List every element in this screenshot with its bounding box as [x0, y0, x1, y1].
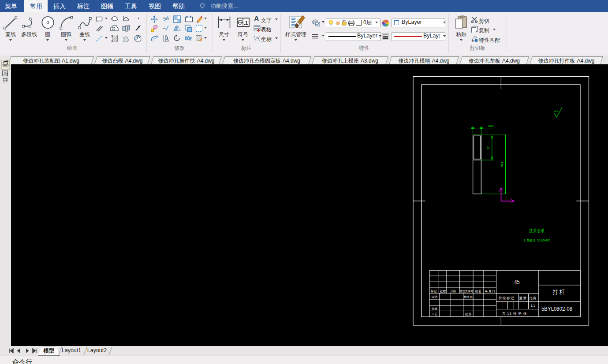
svg-text:45: 45 — [515, 279, 520, 286]
svg-text:1:1: 1:1 — [531, 304, 535, 307]
svg-text:签名: 签名 — [475, 290, 481, 293]
svg-text:年.月.日: 年.月.日 — [485, 290, 495, 293]
svg-text:工艺: 工艺 — [432, 312, 438, 316]
svg-text:70.1: 70.1 — [500, 162, 504, 168]
svg-text:标记: 标记 — [430, 290, 437, 293]
svg-text:重量: 重量 — [519, 296, 527, 300]
svg-text:A: A — [137, 34, 140, 39]
svg-text:x: x — [259, 39, 260, 41]
svg-text:标准化: 标准化 — [463, 295, 473, 299]
svg-text:比例: 比例 — [530, 296, 536, 300]
svg-text:5BYL0802-08: 5BYL0802-08 — [541, 305, 572, 312]
svg-text:审核: 审核 — [432, 307, 438, 311]
svg-text:共 13 张 第 张: 共 13 张 第 张 — [502, 312, 527, 316]
svg-text:分区: 分区 — [450, 290, 456, 293]
svg-text:设计: 设计 — [432, 295, 438, 298]
svg-text:打 杆: 打 杆 — [553, 289, 565, 295]
svg-text:1. 热处理: 56-60HRC: 1. 热处理: 56-60HRC — [524, 238, 551, 242]
svg-text:3.2: 3.2 — [554, 109, 559, 112]
svg-text:处数: 处数 — [440, 290, 446, 293]
svg-text:阶段标记: 阶段标记 — [499, 296, 515, 300]
svg-text:y: y — [254, 35, 255, 38]
svg-text:.1: .1 — [244, 20, 248, 26]
svg-text:技术要求: 技术要求 — [529, 228, 545, 234]
svg-text:M10: M10 — [488, 124, 494, 128]
svg-text:30: 30 — [486, 146, 490, 149]
svg-text:批准: 批准 — [465, 312, 471, 316]
svg-text:更改文件号: 更改文件号 — [459, 290, 473, 293]
